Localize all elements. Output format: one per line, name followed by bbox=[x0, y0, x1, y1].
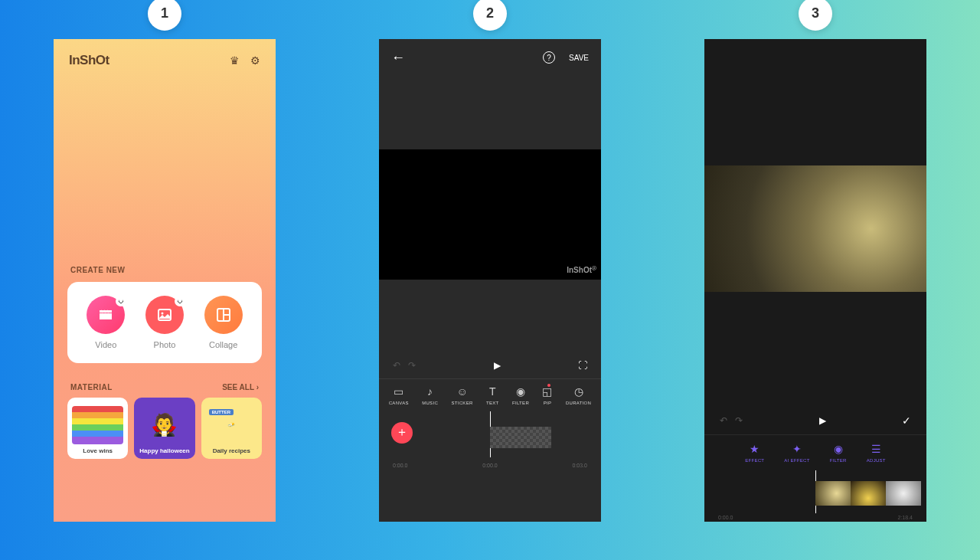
time-end: 2:18.4 bbox=[898, 515, 913, 520]
material-label: Happy halloween bbox=[139, 447, 189, 454]
tab-effect[interactable]: ★EFFECT bbox=[745, 443, 764, 463]
duration-icon: ◷ bbox=[574, 385, 583, 398]
tab-adjust[interactable]: ☰ADJUST bbox=[867, 443, 886, 463]
screen-filter: ↶ ↷ ▶ ✓ ★EFFECT ✦AI EFFECT ◉FILTER ☰ADJU… bbox=[704, 39, 926, 522]
butter-thumbnail: 🧈 bbox=[206, 406, 257, 444]
create-collage-label: Collage bbox=[209, 340, 237, 349]
canvas-icon: ▭ bbox=[394, 385, 403, 398]
timeline[interactable]: ＋ 0:00.0 0:00.0 0:03.0 bbox=[379, 411, 601, 471]
screen-home: InShOt ♛ ⚙ CREATE NEW Video Photo bbox=[54, 39, 276, 522]
time-start: 0:00.0 bbox=[718, 515, 733, 520]
tab-ai-effect[interactable]: ✦AI EFFECT bbox=[784, 443, 809, 463]
text-icon: T bbox=[489, 385, 496, 398]
material-card-recipes[interactable]: 🧈 Daily recipes bbox=[201, 398, 262, 459]
play-icon[interactable]: ▶ bbox=[819, 415, 826, 426]
app-logo: InShOt bbox=[69, 53, 109, 68]
undo-icon[interactable]: ↶ bbox=[720, 415, 727, 426]
material-label: Love wins bbox=[83, 447, 113, 454]
back-icon[interactable]: ← bbox=[391, 50, 405, 66]
vampire-thumbnail: 🧛 bbox=[139, 406, 190, 444]
pip-icon: ◱ bbox=[542, 385, 552, 398]
create-video-label: Video bbox=[95, 340, 116, 349]
redo-icon[interactable]: ↷ bbox=[735, 415, 743, 426]
video-preview[interactable]: InShOtⓧ bbox=[379, 149, 601, 280]
help-icon[interactable]: ? bbox=[543, 51, 555, 64]
step-badge-3: 3 bbox=[799, 0, 832, 31]
material-card-love-wins[interactable]: Love wins bbox=[67, 398, 128, 459]
sparkle-icon: ✦ bbox=[792, 443, 802, 455]
add-clip-button[interactable]: ＋ bbox=[391, 422, 413, 444]
crown-icon[interactable]: ♛ bbox=[230, 54, 240, 67]
create-photo-label: Photo bbox=[154, 340, 176, 349]
create-new-label: CREATE NEW bbox=[54, 266, 276, 274]
tool-music[interactable]: ♪MUSIC bbox=[422, 385, 438, 405]
create-card: Video Photo Collage bbox=[67, 282, 262, 363]
tab-filter[interactable]: ◉FILTER bbox=[830, 443, 847, 463]
redo-icon[interactable]: ↷ bbox=[408, 360, 416, 371]
tool-duration[interactable]: ◷DURATION bbox=[566, 385, 591, 405]
timeline-clip[interactable] bbox=[815, 481, 921, 506]
save-button[interactable]: SAVE bbox=[569, 54, 589, 62]
image-icon bbox=[145, 296, 184, 334]
step-badge-2: 2 bbox=[473, 0, 507, 31]
video-preview[interactable] bbox=[704, 165, 926, 293]
create-collage-button[interactable]: Collage bbox=[204, 296, 243, 349]
step-badge-1: 1 bbox=[148, 0, 181, 31]
clapper-icon bbox=[87, 296, 125, 334]
clip-thumbnail bbox=[886, 481, 921, 506]
clip-thumbnail bbox=[815, 481, 851, 506]
material-label: Daily recipes bbox=[213, 447, 250, 454]
material-label: MATERIAL bbox=[70, 383, 113, 391]
tool-canvas[interactable]: ▭CANVAS bbox=[389, 385, 409, 405]
filter-icon: ◉ bbox=[834, 443, 843, 455]
svg-point-1 bbox=[161, 312, 163, 314]
fullscreen-icon[interactable]: ⛶ bbox=[578, 360, 587, 371]
watermark[interactable]: InShOtⓧ bbox=[567, 265, 596, 274]
history-badge-icon bbox=[175, 296, 185, 306]
star-icon: ★ bbox=[750, 443, 760, 455]
time-start: 0:00.0 bbox=[393, 463, 407, 468]
rainbow-thumbnail bbox=[72, 406, 123, 444]
tool-filter[interactable]: ◉FILTER bbox=[512, 385, 529, 405]
filter-tabs: ★EFFECT ✦AI EFFECT ◉FILTER ☰ADJUST bbox=[704, 434, 926, 470]
sticker-icon: ☺ bbox=[456, 385, 467, 398]
create-photo-button[interactable]: Photo bbox=[145, 296, 184, 349]
time-current: 0:00.0 bbox=[482, 463, 497, 468]
music-icon: ♪ bbox=[427, 385, 433, 398]
tool-pip[interactable]: ◱PIP bbox=[542, 385, 552, 405]
tool-sticker[interactable]: ☺STICKER bbox=[451, 385, 472, 405]
clip-thumbnail bbox=[851, 481, 886, 506]
material-card-halloween[interactable]: 🧛 Happy halloween bbox=[134, 398, 194, 459]
see-all-button[interactable]: SEE ALL › bbox=[222, 383, 259, 391]
undo-icon[interactable]: ↶ bbox=[393, 360, 400, 371]
timeline[interactable]: 0:00.0 2:18.4 bbox=[704, 470, 926, 521]
screen-editor: ← ? SAVE InShOtⓧ ↶ ↷ ▶ ⛶ ▭CANVAS ♪MUSIC … bbox=[379, 39, 601, 522]
tool-text[interactable]: TTEXT bbox=[486, 385, 499, 405]
time-end: 0:03.0 bbox=[573, 463, 587, 468]
adjust-icon: ☰ bbox=[871, 443, 881, 455]
toolbar: ▭CANVAS ♪MUSIC ☺STICKER TTEXT ◉FILTER ◱P… bbox=[379, 378, 601, 411]
collage-icon bbox=[204, 296, 243, 334]
create-video-button[interactable]: Video bbox=[87, 296, 125, 349]
history-badge-icon bbox=[116, 296, 126, 306]
play-icon[interactable]: ▶ bbox=[494, 360, 501, 371]
timeline-clip[interactable] bbox=[490, 427, 551, 448]
confirm-icon[interactable]: ✓ bbox=[902, 414, 911, 427]
gear-icon[interactable]: ⚙ bbox=[250, 54, 260, 67]
filter-icon: ◉ bbox=[516, 385, 525, 398]
